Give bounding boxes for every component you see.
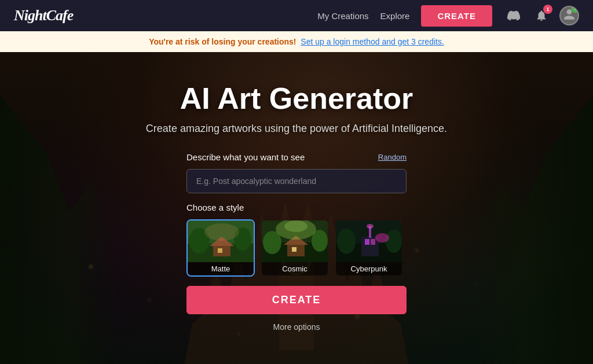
- svg-rect-14: [292, 247, 296, 252]
- svg-point-24: [375, 233, 389, 242]
- svg-point-19: [337, 229, 356, 254]
- logo[interactable]: NightCafe: [14, 7, 73, 24]
- prompt-input[interactable]: [186, 169, 407, 193]
- alert-warning-text: You're at risk of losing your creations!: [149, 37, 296, 46]
- style-card-matte[interactable]: Matte: [186, 219, 255, 277]
- explore-link[interactable]: Explore: [380, 11, 410, 21]
- bell-badge: 1: [543, 5, 552, 14]
- cosmic-preview: [262, 220, 328, 262]
- cyberpunk-preview: [336, 220, 402, 262]
- style-card-cosmic[interactable]: Cosmic: [261, 219, 329, 277]
- hero-section: AI Art Generator Create amazing artworks…: [0, 52, 593, 364]
- discord-icon[interactable]: [504, 6, 524, 25]
- bell-icon[interactable]: 1: [532, 6, 551, 25]
- more-options-link[interactable]: More options: [186, 322, 407, 332]
- navbar: NightCafe My Creations Explore CREATE 1: [0, 0, 593, 31]
- svg-point-26: [367, 224, 374, 229]
- create-nav-button[interactable]: CREATE: [421, 5, 492, 27]
- my-creations-link[interactable]: My Creations: [317, 11, 368, 21]
- hero-content: AI Art Generator Create amazing artworks…: [0, 81, 593, 332]
- cosmic-label: Cosmic: [262, 262, 328, 275]
- nav-icons: 1 3: [504, 6, 579, 25]
- svg-point-16: [284, 220, 308, 232]
- matte-preview: [188, 220, 254, 262]
- create-main-button[interactable]: CREATE: [186, 286, 407, 314]
- avatar[interactable]: 3: [559, 6, 579, 25]
- alert-bar: You're at risk of losing your creations!…: [0, 31, 593, 52]
- nav-right: My Creations Explore CREATE 1 3: [317, 5, 579, 27]
- hero-title: AI Art Generator: [180, 81, 413, 116]
- style-card-cyberpunk[interactable]: Cyberpunk: [335, 219, 403, 277]
- style-options: Matte: [186, 219, 407, 277]
- form-area: Describe what you want to see Random Cho…: [186, 152, 407, 332]
- svg-rect-6: [218, 248, 222, 253]
- alert-link[interactable]: Set up a login method and get 3 credits.: [301, 37, 444, 46]
- style-label: Choose a style: [186, 203, 407, 212]
- svg-point-20: [386, 230, 402, 253]
- svg-rect-23: [371, 239, 375, 245]
- matte-label: Matte: [188, 262, 254, 275]
- cyberpunk-label: Cyberpunk: [336, 262, 402, 275]
- form-label-row: Describe what you want to see Random: [186, 152, 407, 162]
- svg-point-7: [204, 223, 239, 241]
- random-link[interactable]: Random: [378, 153, 407, 161]
- prompt-label: Describe what you want to see: [186, 152, 305, 162]
- svg-rect-22: [365, 239, 369, 245]
- avatar-badge: 3: [571, 6, 579, 13]
- hero-subtitle: Create amazing artworks using the power …: [146, 123, 447, 135]
